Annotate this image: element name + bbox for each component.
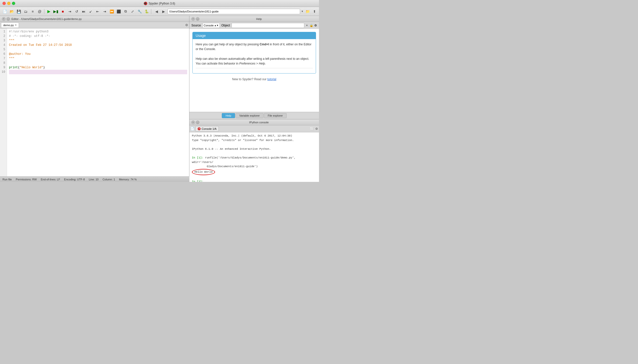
up-button[interactable]: ⬆ [312, 8, 318, 14]
step-forward-button[interactable]: ⏭ [80, 8, 87, 15]
help-panel: ✕ ◱ Help Source Console ▲▼ Object ▼ 🔒 ⚙ [190, 16, 319, 119]
console-settings-icon[interactable]: ⚙ [315, 127, 318, 130]
main-toolbar: 📄 📂 💾 🗂 ≡ @ ▶ ▶▮ ■ ⇥ ↺ ⏭ ↙ ⇤ ⇥ ⏩ ⬛ ⧉ ⤢ 🔧… [0, 7, 319, 16]
console-tab-close[interactable]: ✕ [198, 127, 200, 130]
console-content[interactable]: Python 3.6.3 |Anaconda, Inc.| (default, … [190, 132, 319, 182]
help-icons: 🔒 ⚙ [310, 24, 317, 27]
settings-button[interactable]: 🔧 [136, 8, 143, 15]
usage-box: Usage Here you can get help of any objec… [192, 32, 316, 74]
new-file-button[interactable]: 📄 [2, 8, 8, 15]
run-file-status: Run file [2, 178, 12, 181]
object-input[interactable] [232, 23, 304, 28]
console-tabs-bar: 📄 ✕ Console 1/A ⬜ ⚙ [190, 125, 319, 132]
address-input[interactable] [168, 9, 300, 14]
address-dropdown[interactable]: ▼ [301, 10, 304, 13]
object-dropdown-arrow[interactable]: ▼ [306, 24, 308, 27]
maximize-button[interactable] [12, 2, 15, 5]
window-title: 🕷 Spyder (Python 3.6) [144, 2, 175, 5]
tutorial-link[interactable]: tutorial [268, 78, 276, 81]
tab-file-explorer[interactable]: File explorer [264, 113, 286, 118]
hello-world-line: Hello World [192, 169, 316, 176]
code-button[interactable]: ⧉ [122, 8, 129, 15]
help-settings-icon[interactable]: ⚙ [314, 24, 317, 27]
in1-prompt: In [1]: [192, 156, 203, 159]
email-button[interactable]: @ [36, 8, 43, 15]
usage-cmd: Cmd+I [260, 42, 269, 46]
stop2-button[interactable]: ⬛ [116, 8, 122, 15]
help-panel-controls: ✕ ◱ [192, 17, 200, 21]
console-dropdown-arrow: ▲▼ [214, 24, 218, 27]
hello-world-output: Hello World [192, 169, 215, 176]
line-status: Line: 10 [89, 178, 98, 181]
code-content[interactable]: #!/usr/bin/env python3 # -*- coding: utf… [7, 28, 189, 176]
dedent-button[interactable]: ⇥ [102, 8, 108, 15]
reload-button[interactable]: ↺ [74, 8, 80, 15]
minimize-button[interactable] [7, 2, 10, 5]
indent-button[interactable]: ⇤ [94, 8, 101, 15]
permissions-status: Permissions: RW [16, 178, 37, 181]
usage-title: Usage [193, 32, 316, 39]
panel-close-btn[interactable]: ✕ [2, 17, 6, 21]
forward-button[interactable]: ▶ [160, 8, 166, 14]
code-editor[interactable]: 1 2 3 4 5 6 7 8 9 10 #!/usr/bin/env pyth… [0, 28, 189, 176]
ipython-version-line: IPython 6.1.0 -- An enhanced Interactive… [192, 147, 316, 152]
right-panel: ✕ ◱ Help Source Console ▲▼ Object ▼ 🔒 ⚙ [190, 16, 319, 176]
editor-tab-demo-py[interactable]: demo.py ✕ [1, 22, 19, 28]
step-button[interactable]: ⇥ [66, 8, 73, 15]
console-new-tab-icon[interactable]: 📄 [190, 127, 194, 130]
tab-name: demo.py [3, 24, 14, 27]
run-cell-button[interactable]: ▶▮ [52, 8, 59, 15]
stop-button[interactable]: ■ [60, 8, 66, 15]
in1-command: runfile('/Users/Gladys/Documents/en1811-… [192, 156, 296, 168]
console-tab-1[interactable]: ✕ Console 1/A [196, 126, 219, 132]
source-label: Source [192, 24, 201, 27]
memory-status: Memory: 74 % [119, 178, 137, 181]
console-float-btn[interactable]: ◱ [196, 120, 200, 124]
editor-panel: ✕ ◱ Editor - /Users/Gladys/Documents/en1… [0, 16, 190, 176]
editor-header-title: Editor - /Users/Gladys/Documents/en1811-… [12, 18, 82, 20]
spyder-icon: 🕷 [144, 2, 147, 5]
save-button[interactable]: 💾 [16, 8, 22, 15]
usage-prefs: Preferences > Help. [239, 62, 266, 65]
open-file-button[interactable]: 📂 [8, 8, 15, 15]
title-bar: 🕷 Spyder (Python 3.6) [0, 0, 319, 7]
save-all-button[interactable]: 🗂 [22, 8, 29, 15]
usage-para-2: Help can also be shown automatically aft… [196, 56, 313, 66]
console-panel-header: ✕ ◱ IPython console [190, 119, 319, 125]
help-float-btn[interactable]: ◱ [196, 17, 200, 21]
editor-panel-header: ✕ ◱ Editor - /Users/Gladys/Documents/en1… [0, 16, 189, 22]
help-footer: New to Spyder? Read our tutorial [192, 78, 316, 81]
usage-divider [196, 68, 313, 68]
console-fullscreen-icon[interactable]: ⬜ [310, 127, 314, 130]
python-version-line: Python 3.6.3 |Anaconda, Inc.| (default, … [192, 134, 316, 138]
expand-button[interactable]: ⤢ [129, 8, 136, 15]
close-button[interactable] [2, 2, 6, 5]
console-dropdown[interactable]: Console ▲▼ [202, 23, 220, 28]
tab-help[interactable]: Help [222, 113, 235, 118]
address-bar: ◀ ▶ ▼ 📁 ⬆ [154, 8, 318, 14]
fast-forward-button[interactable]: ⏩ [108, 8, 115, 15]
back-button[interactable]: ◀ [154, 8, 160, 14]
console-panel: ✕ ◱ IPython console 📄 ✕ Console 1/A ⬜ ⚙ … [190, 119, 319, 182]
step-in-button[interactable]: ↙ [88, 8, 94, 15]
list-button[interactable]: ≡ [30, 8, 36, 15]
tab-close-btn[interactable]: ✕ [15, 24, 17, 26]
in2-block: In [2]: [192, 180, 316, 182]
help-header-title: Help [201, 18, 317, 20]
run-button[interactable]: ▶ [46, 8, 52, 15]
console-close-btn[interactable]: ✕ [192, 120, 195, 124]
tab-variable-explorer[interactable]: Variable explorer [236, 113, 264, 118]
browse-button[interactable]: 📁 [304, 8, 310, 14]
separator-1 [44, 9, 44, 14]
python-button[interactable]: 🐍 [143, 8, 150, 15]
help-panel-header: ✕ ◱ Help [190, 16, 319, 22]
in1-block: In [1]: runfile('/Users/Gladys/Documents… [192, 156, 316, 169]
tabs-gear-icon[interactable]: ⚙ [185, 23, 188, 27]
lock-icon[interactable]: 🔒 [310, 24, 313, 27]
copyright-line: Type "copyright", "credits" or "license"… [192, 138, 316, 143]
console-label: Console [204, 24, 214, 27]
line-numbers: 1 2 3 4 5 6 7 8 9 10 [0, 28, 7, 176]
help-close-btn[interactable]: ✕ [192, 17, 195, 21]
panel-float-btn[interactable]: ◱ [6, 17, 10, 21]
traffic-lights [2, 2, 15, 5]
